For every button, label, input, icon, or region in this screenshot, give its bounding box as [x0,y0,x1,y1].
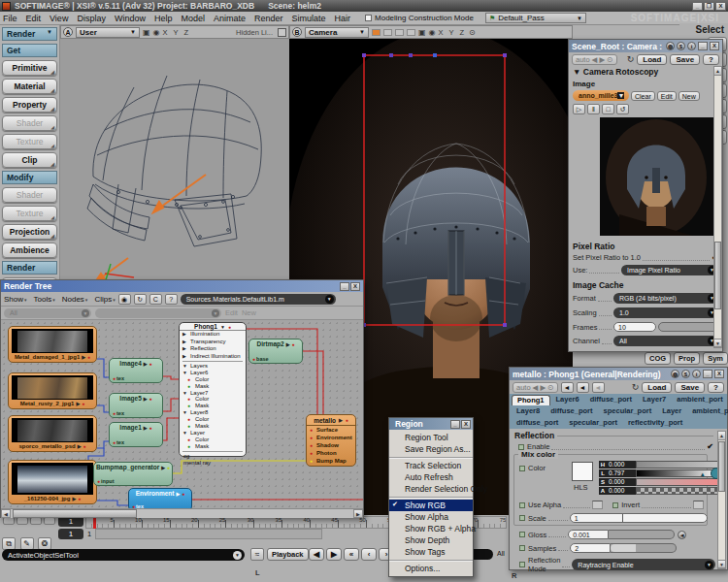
gloss-input[interactable]: 0.001 [568,530,609,539]
menu-item[interactable]: Window [115,14,146,23]
enable-anim-divot[interactable] [518,444,524,450]
shader-layer-port[interactable]: Color [180,436,246,443]
memo-cam[interactable] [407,29,415,36]
close-icon[interactable]: X [714,370,724,378]
color-anim-divot[interactable] [519,466,525,471]
save-button[interactable]: Save [670,54,700,65]
shader-tab[interactable]: diffuse_port [585,395,637,405]
info-icon[interactable]: i [692,370,701,378]
render-tree-hscrollbar[interactable]: ◀ ▶ [1,508,363,518]
material-port[interactable]: Photon [307,449,355,457]
expression-icon[interactable]: $ [677,42,685,50]
minimize-icon[interactable]: _ [698,42,708,50]
dirtmap-node[interactable]: Dirtmap2▶● base [248,339,303,364]
scale-anim-divot[interactable] [519,515,525,521]
shader-layer-port[interactable]: Layer7 [180,390,246,397]
modify-button[interactable]: Shader [2,187,57,203]
construction-mode-checkbox[interactable] [365,15,372,21]
material-node[interactable]: metallo▶● SurfaceEnvironmentShadowPhoton… [306,414,356,467]
timeline-mini-button[interactable] [17,517,28,525]
timeline-mini-button[interactable] [3,517,15,525]
region-menu-item[interactable]: Region Tool [389,432,473,443]
close-button[interactable]: X [715,2,726,11]
active-tool-field[interactable]: ActivateObjectSelTool ▼ [2,549,245,561]
shader-tab[interactable]: reflectivity_port [623,418,687,429]
refresh-icon[interactable]: ↻ [134,294,147,305]
region-menu-item[interactable]: Show RGB [389,500,473,511]
h-slider[interactable] [636,461,719,469]
shader-layer-port[interactable]: Color [180,376,246,383]
memo-cam[interactable] [395,29,404,36]
a-value[interactable]: 0.000 [607,487,636,495]
menu-item[interactable]: Hair [335,14,351,23]
viewport-a-view-dropdown[interactable]: User▼ [76,27,140,38]
menu-item[interactable]: Simulate [292,14,326,23]
shader-layer-port[interactable]: Mask [180,383,246,390]
timeline-mini-button[interactable] [44,517,55,525]
pause-icon[interactable]: ‖ [587,104,600,114]
use-alpha-checkbox[interactable] [592,501,603,509]
shader-layer-port[interactable]: Layer [180,430,246,436]
viewport-b-tag[interactable]: B [292,27,302,37]
menu-item[interactable]: Model [181,14,205,23]
scroll-down-icon[interactable]: ▼ [714,339,721,347]
transport-button[interactable]: ▶ [326,548,342,561]
eye-icon[interactable]: ◉ [429,28,436,37]
shader-tab[interactable]: specular_port [564,418,622,429]
shader-layer-port[interactable]: Mask [180,423,246,430]
scroll-thumb[interactable] [13,509,137,518]
prop-button[interactable]: Prop [674,352,700,365]
shader-port[interactable]: Reflection [180,345,246,353]
modify-button[interactable]: Texture [2,206,57,221]
shader-tab[interactable]: diffuse_port [512,418,563,429]
new-label[interactable]: New [242,308,256,317]
copy-forward-icon[interactable]: ◄ [592,382,605,393]
region-menu-item[interactable]: Render Selection Only [389,483,473,495]
viewport-a-wireframe[interactable] [60,39,289,291]
minimize-icon[interactable]: _ [703,370,712,378]
scroll-up-icon[interactable]: ▲ [714,67,721,76]
texture-node[interactable]: sporco_metallo_psd▶● [8,415,97,452]
region-menu-item[interactable]: Show Depth [389,534,473,546]
shader-tab[interactable]: specular_port [599,406,657,417]
image-node[interactable]: Image5▶● tex [109,393,163,418]
region-menu-item[interactable]: Track Selection [389,460,473,471]
region-menu-titlebar[interactable]: Region _ X [389,418,473,430]
material-port[interactable]: Surface [307,426,355,434]
menu-item[interactable]: View [50,14,68,23]
filter-name-dropdown[interactable]: ▼ [95,308,221,318]
pass-dropdown[interactable]: ⚑ Default_Pass ▼ [485,13,586,23]
image-clip-dropdown[interactable]: anno_mille3▼ [573,90,629,101]
help-button[interactable]: ? [703,54,719,65]
lock-icon[interactable]: ◉ [118,294,131,305]
construction-mode-label[interactable]: Modeling Construction Mode [375,14,474,22]
use-alpha-anim-divot[interactable] [519,502,525,508]
get-button[interactable]: Property [2,97,57,113]
use-dropdown[interactable]: Image Pixel Ratio▼ [621,265,718,275]
scroll-right-icon[interactable]: ▶ [353,509,363,518]
shader-tab[interactable]: Layer [657,406,686,417]
save-button[interactable]: Save [675,382,705,393]
zoom-icon[interactable]: ⊙ [469,28,476,37]
region-menu-item[interactable]: Options... [389,563,473,574]
s-slider[interactable] [636,478,719,486]
copy-back-icon[interactable]: ◄ [561,382,574,393]
texture-node[interactable]: _161250-004_jpg▶● [8,460,97,504]
scroll-left-icon[interactable]: ◀ [1,509,11,518]
toolbar-mode-dropdown[interactable]: Render▼ [2,27,57,41]
l-value[interactable]: 0.797 [607,469,636,477]
samples-slider[interactable] [611,543,677,553]
menu-item[interactable]: Render [254,14,283,23]
shader-port[interactable]: Transparency [180,339,246,346]
enable-checkbox[interactable]: ✔ [707,442,713,451]
menu-item[interactable]: Animate [214,14,246,23]
image-node[interactable]: Image1▶● tex [109,422,163,447]
shader-port[interactable]: Illumination [180,331,246,339]
shader-layer-port[interactable]: Layer8 [180,409,246,416]
gloss-slider[interactable] [609,530,675,539]
reflection-header[interactable]: Reflection [514,431,554,440]
region-menu-item[interactable]: Save Region As... [389,443,473,455]
script-icon[interactable]: ≈ [250,548,264,561]
invert-anim-divot[interactable] [612,502,618,508]
camera-icon[interactable]: ▣ [418,28,426,37]
